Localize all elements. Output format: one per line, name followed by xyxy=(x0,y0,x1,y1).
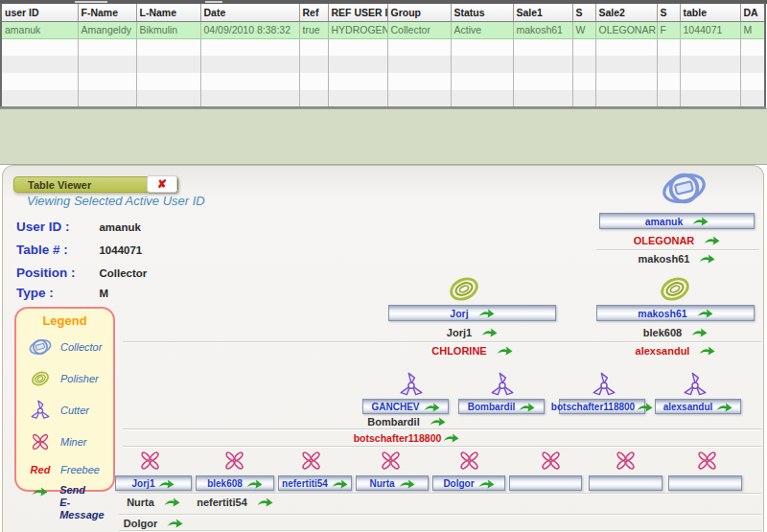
tree-user-name: alexsandul xyxy=(636,345,690,357)
tree-sub-user: Jorj1 xyxy=(388,325,556,339)
freebee-red-word: Red xyxy=(26,464,55,475)
grid-header-row: user ID F-Name L-Name Date Ref REF USER … xyxy=(1,4,765,21)
tree-sub-user: blek608 xyxy=(596,325,755,339)
collector-icon xyxy=(28,335,53,359)
miner-icon xyxy=(613,449,639,473)
polisher-icon xyxy=(447,271,481,307)
tree-user-name: Jorj1 xyxy=(447,327,472,338)
tree-user-box[interactable]: GANCHEV xyxy=(362,399,449,414)
tree-user-box[interactable]: blek608 xyxy=(196,475,274,491)
tree-user-box[interactable]: Jorj1 xyxy=(115,475,192,491)
tree-user-box[interactable]: alexsandul xyxy=(655,399,741,414)
tree-user-box-empty[interactable] xyxy=(668,475,742,491)
miner-icon xyxy=(538,449,564,473)
field-label: Type : xyxy=(16,286,95,300)
column-header: Sale2 xyxy=(595,4,657,21)
tree-user-name: GANCHEV xyxy=(371,402,419,412)
close-icon: ✘ xyxy=(157,177,167,191)
tree-user-box-empty[interactable] xyxy=(589,475,662,491)
tree-user-name: Dolgor xyxy=(443,478,474,489)
send-emessage-arrow-icon[interactable] xyxy=(246,478,263,489)
tree-user-name: makosh61 xyxy=(639,253,690,265)
tree-user-name: Nurta xyxy=(369,478,394,489)
send-emessage-arrow-icon[interactable] xyxy=(158,478,174,489)
field-label: Table # : xyxy=(16,243,95,257)
send-emessage-arrow-icon[interactable] xyxy=(699,253,715,264)
tree-user-name: amanuk xyxy=(645,216,684,227)
polisher-icon xyxy=(658,271,692,307)
miner-icon xyxy=(694,449,720,473)
tree-user-name: Jorj1 xyxy=(132,478,155,489)
viewer-subtitle: Viewing Selected Active User ID xyxy=(27,194,205,208)
tree-sub-user: makosh61 xyxy=(599,251,755,266)
tree-user-name: nefertiti54 xyxy=(282,478,328,489)
tree-user-name: Jorj xyxy=(450,308,468,319)
send-emessage-arrow-icon[interactable] xyxy=(697,308,713,318)
miner-icon xyxy=(378,449,404,473)
send-emessage-arrow-icon[interactable] xyxy=(478,308,495,318)
selected-user-row[interactable]: amanukAmangeldy Bikmulin04/09/2010 8:38:… xyxy=(1,21,765,38)
close-button[interactable]: ✘ xyxy=(147,175,177,193)
send-emessage-arrow-icon[interactable] xyxy=(332,478,348,489)
tree-user-box[interactable]: nefertiti54 xyxy=(278,475,352,491)
send-emessage-arrow-icon[interactable] xyxy=(481,327,498,337)
legend-item-freebee: Red Freebee xyxy=(16,457,113,482)
send-emessage-arrow-icon[interactable] xyxy=(167,518,183,528)
tree-user-name: alexsandul xyxy=(663,402,713,412)
divider xyxy=(123,341,761,342)
empty-grid-row xyxy=(1,56,765,73)
empty-grid-row xyxy=(1,90,765,107)
send-emessage-arrow-icon[interactable] xyxy=(637,402,653,412)
send-emessage-arrow-icon[interactable] xyxy=(691,327,708,337)
tree-user-box[interactable]: botschafter118800 xyxy=(559,399,645,414)
tree-user-box[interactable]: Nurta xyxy=(356,475,429,491)
tree-user-box-empty[interactable] xyxy=(509,475,582,491)
column-header: DA xyxy=(740,4,765,21)
tree-user-name: Dolgor xyxy=(124,518,157,529)
field-value: amanuk xyxy=(99,221,140,233)
legend-item-polisher: Polisher xyxy=(16,362,113,394)
tree-sub-user: Nurta xyxy=(115,495,192,509)
tree-sub-user: Bombardil xyxy=(345,414,468,428)
legend-item-collector: Collector xyxy=(16,331,113,362)
send-emessage-arrow-icon[interactable] xyxy=(399,478,415,489)
tree-sub-user: botschafter118800 xyxy=(345,430,468,445)
column-header: S xyxy=(657,4,680,21)
tree-user-name: Bombardil xyxy=(468,402,515,412)
divider xyxy=(119,493,761,494)
field-user-id: User ID : amanuk xyxy=(16,218,141,235)
legend-title: Legend xyxy=(16,313,113,328)
tree-user-box[interactable]: Jorj xyxy=(388,305,556,321)
field-value: M xyxy=(99,288,108,299)
tree-user-box[interactable]: Dolgor xyxy=(432,475,505,491)
send-emessage-arrow-icon[interactable] xyxy=(519,402,535,412)
tree-user-box[interactable]: amanuk xyxy=(599,213,755,229)
send-emessage-arrow-icon[interactable] xyxy=(704,235,720,245)
send-emessage-arrow-icon[interactable] xyxy=(430,416,446,427)
divider xyxy=(123,428,761,429)
column-header: L-Name xyxy=(136,4,200,21)
send-emessage-arrow-icon[interactable] xyxy=(699,345,715,356)
send-emessage-arrow-icon[interactable] xyxy=(164,497,180,507)
tree-user-box[interactable]: Bombardil xyxy=(458,399,545,414)
tree-user-name: botschafter118800 xyxy=(551,402,635,412)
send-emessage-arrow-icon[interactable] xyxy=(478,478,495,489)
send-emessage-arrow-icon[interactable] xyxy=(497,345,513,356)
miner-icon xyxy=(298,449,324,473)
send-emessage-arrow-icon[interactable] xyxy=(424,402,440,412)
send-emessage-arrow-icon[interactable] xyxy=(257,497,273,507)
empty-grid-row xyxy=(1,73,765,90)
send-emessage-arrow-icon[interactable] xyxy=(443,432,459,443)
field-label: User ID : xyxy=(16,220,95,234)
column-header: Date xyxy=(200,4,299,21)
tree-user-box[interactable]: makosh61 xyxy=(596,305,755,321)
send-emessage-arrow-icon[interactable] xyxy=(716,402,732,412)
column-header: Sale1 xyxy=(513,4,572,21)
send-emessage-arrow-icon[interactable] xyxy=(692,216,709,226)
tree-user-name: Bombardil xyxy=(367,416,419,428)
tree-sub-user: alexsandul xyxy=(596,343,755,358)
user-grid: user ID F-Name L-Name Date Ref REF USER … xyxy=(0,4,766,108)
divider xyxy=(119,530,761,531)
field-type: Type : M xyxy=(16,284,108,301)
divider xyxy=(123,446,761,447)
